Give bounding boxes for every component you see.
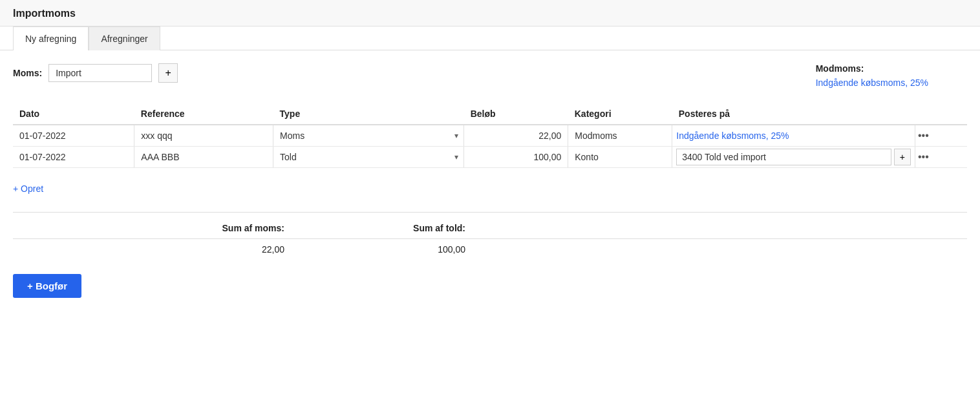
page-title: Importmoms [13,8,76,19]
opret-label: + Opret [13,184,43,194]
modmoms-link[interactable]: Indgående købsmoms, 25% [816,78,928,88]
col-header-type: Type [273,103,464,125]
modmoms-label: Modmoms: [816,63,928,74]
row2-reference-input[interactable] [134,147,273,167]
sum-told-label: Sum af told: [297,223,478,233]
row2-type-select[interactable]: Moms Told [273,147,463,167]
row1-posteres-link[interactable]: Indgående købsmoms, 25% [676,131,911,141]
row1-type-select[interactable]: Moms Told [273,125,463,146]
row1-reference-input[interactable] [134,125,273,146]
moms-input[interactable] [48,64,152,82]
row2-dato-input[interactable] [13,147,134,167]
row1-dato-input[interactable] [13,125,134,146]
row2-more-button[interactable]: ••• [915,149,932,165]
tab-afregninger[interactable]: Afregninger [89,26,160,50]
row1-belob-input[interactable] [464,125,568,146]
col-header-belob: Beløb [464,103,568,125]
summary-section: Sum af moms: Sum af told: 22,00 100,00 [13,212,967,255]
row1-kategori-input[interactable] [568,125,672,146]
col-header-actions [915,103,967,125]
bogfor-label: + Bogfør [27,280,67,291]
sum-moms-value: 22,00 [116,244,297,255]
col-header-dato: Dato [13,103,134,125]
col-header-reference: Reference [134,103,273,125]
tab-ny-afregning[interactable]: Ny afregning [13,26,89,50]
sum-told-value: 100,00 [297,244,478,255]
opret-button[interactable]: + Opret [13,178,43,199]
moms-add-button[interactable]: + [158,63,178,83]
table-row: Moms Told ▾ [13,147,967,168]
row2-posteres-input[interactable] [676,149,891,165]
row1-more-button[interactable]: ••• [915,127,932,144]
entries-table: Dato Reference Type Beløb Kategori Poste… [13,103,967,168]
bogfor-button[interactable]: + Bogfør [13,274,81,298]
sum-moms-label: Sum af moms: [116,223,297,233]
tab-bar: Ny afregning Afregninger [0,26,980,50]
row2-belob-input[interactable] [464,147,568,167]
moms-label: Moms: [13,68,42,78]
col-header-kategori: Kategori [568,103,672,125]
table-row: Moms Told ▾ Indgående k [13,125,967,147]
row2-posteres-add-button[interactable]: + [894,149,911,165]
row2-kategori-input[interactable] [568,147,672,167]
col-header-posteres: Posteres på [672,103,915,125]
